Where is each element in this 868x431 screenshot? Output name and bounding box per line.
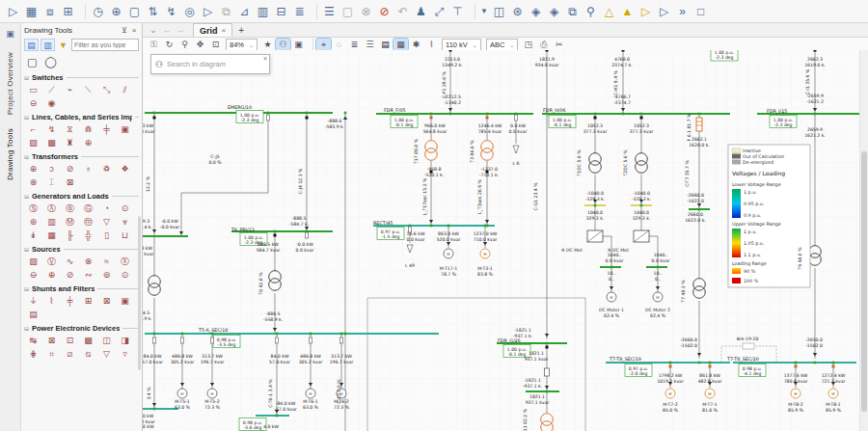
palette-icon[interactable]: ⫽: [116, 83, 134, 96]
palette-icon[interactable]: Ⓐ: [42, 202, 61, 215]
palette-icon[interactable]: ▨: [24, 136, 42, 149]
palette-icon[interactable]: ⊖: [24, 96, 42, 110]
palette-icon[interactable]: ⊔: [116, 229, 134, 242]
layers-icon[interactable]: ☰: [363, 39, 377, 50]
palette-icon[interactable]: ♽: [97, 162, 116, 175]
color-settings-icon[interactable]: ✱: [409, 39, 423, 50]
palette-icon[interactable]: ⌐: [24, 122, 42, 136]
node[interactable]: [546, 342, 549, 345]
node[interactable]: [266, 115, 269, 121]
collapse-icon[interactable]: ⊟: [24, 285, 29, 292]
collapse-icon[interactable]: ⊟: [24, 193, 29, 200]
palette-icon[interactable]: ▧: [24, 255, 42, 268]
palette-icon[interactable]: ▣: [116, 122, 134, 136]
voltage-combo[interactable]: 110 kV ⌄: [442, 39, 481, 51]
run-outline-icon[interactable]: ▷: [637, 3, 655, 20]
node[interactable]: [709, 362, 712, 364]
node[interactable]: [275, 337, 278, 343]
node[interactable]: [153, 112, 156, 115]
warning-icon[interactable]: △: [600, 3, 618, 20]
node[interactable]: [310, 333, 312, 336]
close-icon[interactable]: ×: [263, 55, 267, 62]
palette-icon[interactable]: Ⓖ: [79, 202, 97, 215]
zoom-combo[interactable]: 84% ⌄: [226, 39, 258, 51]
sidebar-tab-drawing-tools[interactable]: Drawing Tools: [6, 128, 14, 180]
tab-grid[interactable]: Grid ×: [193, 23, 232, 37]
palette-icon[interactable]: ⧅: [79, 347, 97, 361]
node-settings-icon[interactable]: ⊛: [508, 3, 527, 20]
palette-icon[interactable]: ⊕: [24, 162, 42, 175]
node[interactable]: [448, 225, 450, 228]
node[interactable]: [795, 365, 798, 368]
palette-icon[interactable]: ♜: [61, 136, 79, 149]
node[interactable]: [486, 113, 489, 116]
palette-icon[interactable]: ↹: [24, 334, 42, 347]
palette-icon[interactable]: Ⓢ: [24, 202, 42, 215]
library-icon[interactable]: ▥: [254, 3, 272, 20]
node[interactable]: [698, 113, 701, 116]
fuse-t11[interactable]: [545, 368, 550, 376]
export-image-icon[interactable]: ◳: [521, 39, 535, 50]
node[interactable]: [814, 50, 817, 52]
palette-icon[interactable]: ⊘: [61, 268, 79, 282]
tab-list-icon[interactable]: ⌄: [147, 25, 160, 35]
palette-icon[interactable]: ╬: [79, 229, 97, 242]
search-placeholder[interactable]: Search in diagram: [167, 60, 265, 68]
palette-icon[interactable]: ▤: [24, 308, 42, 321]
shield-pair-icon[interactable]: ⧉: [563, 3, 582, 20]
user-icon[interactable]: ♟: [412, 3, 430, 20]
node[interactable]: [622, 50, 625, 52]
lock-icon[interactable]: ⚿: [147, 39, 161, 50]
database-icon[interactable]: ☰: [320, 3, 339, 20]
palette-icon[interactable]: ▩: [42, 136, 61, 149]
pin-icon[interactable]: ⊻: [120, 26, 129, 35]
palette-icon[interactable]: ⧄: [61, 347, 79, 361]
palette-icon[interactable]: ╪: [61, 294, 79, 308]
node[interactable]: [430, 117, 433, 120]
node[interactable]: [340, 333, 343, 336]
collapse-icon[interactable]: ⊟: [24, 114, 29, 121]
stop-icon[interactable]: □: [692, 3, 710, 20]
vertical-scrollbar[interactable]: [859, 50, 868, 431]
node[interactable]: [546, 113, 549, 116]
locate-icon[interactable]: ⊕: [107, 3, 125, 20]
node[interactable]: [832, 362, 835, 364]
breaker-brk-19-20[interactable]: [743, 343, 754, 349]
collapse-icon[interactable]: ⊟: [24, 246, 29, 253]
node[interactable]: [669, 365, 672, 368]
palette-icon[interactable]: Ⓧ: [116, 255, 134, 268]
import-icon[interactable]: ⇅: [144, 3, 162, 20]
network-model-manager-icon[interactable]: ⧈: [41, 3, 59, 20]
node[interactable]: [657, 266, 660, 269]
palette-icon[interactable]: ⊗: [24, 175, 42, 189]
palette-icon[interactable]: ⧖: [61, 122, 79, 136]
palette-icon[interactable]: ⤡: [97, 83, 116, 96]
diagram-options-icon[interactable]: ⊞: [59, 3, 77, 20]
node[interactable]: [640, 117, 643, 120]
node[interactable]: [344, 112, 347, 115]
filter-icon[interactable]: ▼: [57, 40, 69, 50]
palette-icon[interactable]: ▣: [116, 294, 134, 308]
node[interactable]: [210, 337, 213, 343]
node[interactable]: [306, 117, 309, 120]
palette-icon[interactable]: ⌁: [61, 83, 79, 96]
view-grid-icon[interactable]: ▤: [24, 39, 39, 51]
node[interactable]: [698, 208, 701, 211]
calculate-icon[interactable]: ↯: [162, 3, 180, 20]
palette-icon[interactable]: ⏚: [24, 294, 42, 308]
scrollbar-thumb[interactable]: [861, 151, 867, 412]
node[interactable]: [267, 112, 270, 115]
save-icon[interactable]: ≣: [290, 3, 309, 20]
run-icon[interactable]: ▷: [655, 3, 673, 20]
node[interactable]: [211, 333, 214, 336]
palette-icon[interactable]: ⋒: [79, 122, 97, 136]
palette-icon[interactable]: ◔: [97, 202, 116, 215]
circle-shape-icon[interactable]: ◯: [44, 56, 56, 68]
single-line-diagram[interactable]: 9.3 kW3.8 kvar12.2 %89.339.4 k.-0.0 kW-0…: [143, 50, 868, 431]
palette-icon[interactable]: ⌗: [42, 347, 61, 361]
separator[interactable]: [309, 39, 313, 50]
node[interactable]: [430, 225, 433, 228]
palette-icon[interactable]: ⋕: [24, 347, 42, 361]
separator[interactable]: [80, 4, 86, 19]
palette-icon[interactable]: ⊕: [42, 268, 61, 282]
